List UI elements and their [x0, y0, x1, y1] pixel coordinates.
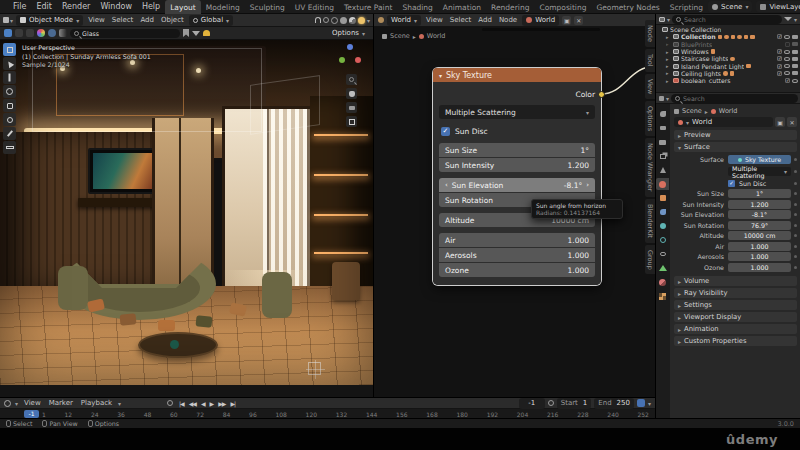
workspace-tab-sculpting[interactable]: Sculpting	[245, 0, 290, 14]
fake-user-button[interactable]: ▣	[775, 117, 785, 127]
mode-dropdown[interactable]: Object Mode ▾	[16, 15, 83, 26]
prev-keyframe-button[interactable]: ◀◀	[187, 400, 198, 407]
prop-field[interactable]: 76.9°	[728, 221, 791, 230]
world-datablock[interactable]: World	[522, 15, 559, 26]
shader-menu-view[interactable]: View	[424, 14, 445, 27]
tab-object-data-properties[interactable]	[656, 262, 669, 274]
tool-annotate-button[interactable]	[3, 127, 16, 140]
clock-icon[interactable]	[4, 400, 11, 407]
workspace-tab-scripting[interactable]: Scripting	[665, 0, 708, 14]
timeline-menu-view[interactable]: View	[22, 396, 43, 410]
playhead[interactable]: -1	[24, 410, 39, 418]
outliner-root-row[interactable]: Scene Collection	[656, 26, 800, 33]
sun-disc-checkbox-row[interactable]: ✓ Sun Disc	[439, 124, 595, 138]
jump-to-start-button[interactable]: |◀	[177, 400, 186, 407]
options-dropdown[interactable]: Options ▾	[328, 28, 369, 39]
checkbox-icon[interactable]: ✓	[777, 64, 782, 69]
breadcrumb-world[interactable]: World	[719, 107, 738, 115]
eye-icon[interactable]	[784, 71, 790, 75]
section-surface[interactable]: ▾ Surface	[674, 142, 797, 152]
section-viewport-display[interactable]: ▸Viewport Display	[674, 312, 797, 322]
auto-keying-button[interactable]	[167, 400, 173, 406]
menu-window[interactable]: Window	[95, 0, 137, 14]
camera-visibility-icon[interactable]	[792, 50, 798, 54]
unlink-button[interactable]: ✕	[787, 117, 797, 127]
unlink-button[interactable]: ✕	[574, 16, 583, 25]
breadcrumb-scene[interactable]: Scene	[682, 107, 702, 115]
viewport-menu-select[interactable]: Select	[110, 13, 136, 27]
prop-field[interactable]: 10000 cm	[728, 231, 791, 240]
sun-intensity-field[interactable]: Sun Intensity 1.200	[439, 158, 595, 172]
transform-orientation-dropdown[interactable]: Global ▾	[189, 15, 233, 26]
ozone-field[interactable]: Ozone 1.000	[439, 263, 595, 277]
next-keyframe-button[interactable]: ▶▶	[216, 400, 227, 407]
shader-editor[interactable]: World ▾ View Select Add Node World ▣ ✕ S…	[373, 14, 655, 397]
animate-dot[interactable]	[794, 192, 797, 195]
viewlayer-selector[interactable]: ViewLayer ✕	[756, 1, 800, 12]
shading-material-icon[interactable]	[349, 17, 356, 24]
section-custom-properties[interactable]: ▸Custom Properties	[674, 336, 797, 346]
camera-visibility-icon[interactable]	[792, 42, 798, 46]
tab-node[interactable]: Node	[645, 20, 655, 47]
tool-measure-button[interactable]	[3, 141, 16, 154]
tool-cursor-button[interactable]	[3, 57, 16, 70]
expand-icon[interactable]: ▸	[666, 70, 671, 76]
play-button[interactable]: ▶	[208, 400, 216, 407]
tab-world-properties[interactable]	[656, 178, 669, 190]
checkbox-icon[interactable]: ✓	[785, 78, 790, 83]
tab-blenderkit[interactable]: BlenderKit	[645, 199, 655, 243]
tab-particle-properties[interactable]	[656, 220, 669, 232]
tab-scene-properties[interactable]	[656, 164, 669, 176]
shading-wireframe-icon[interactable]	[331, 17, 338, 24]
decrement-arrow-icon[interactable]: ‹	[445, 181, 448, 189]
prop-field[interactable]: -8.1°	[728, 210, 791, 219]
expand-icon[interactable]: ▸	[666, 56, 671, 62]
bookmark-icon[interactable]	[183, 29, 189, 37]
prop-field[interactable]: 1°	[728, 189, 791, 198]
viewport-menu-add[interactable]: Add	[138, 13, 156, 27]
expand-icon[interactable]: ▸	[666, 34, 671, 40]
shader-editor-icon[interactable]	[378, 17, 384, 23]
editor-type-selector[interactable]: ▾	[3, 17, 13, 24]
viewport-menu-object[interactable]: Object	[159, 13, 186, 27]
workspace-tab-geometry-nodes[interactable]: Geometry Nodes	[591, 0, 664, 14]
fake-user-button[interactable]: ▣	[562, 16, 571, 25]
tab-physics-properties[interactable]	[656, 234, 669, 246]
tab-options[interactable]: Options	[645, 101, 655, 136]
camera-view-button[interactable]	[346, 102, 357, 113]
timeline-menu-marker[interactable]: Marker	[47, 396, 75, 410]
properties-search-input[interactable]	[683, 95, 794, 102]
collapse-node-icon[interactable]: ▾	[439, 72, 442, 79]
tab-tool-properties[interactable]	[656, 108, 669, 120]
sky-texture-button[interactable]: Sky Texture	[728, 155, 791, 164]
tab-tool[interactable]: Tool	[645, 49, 655, 72]
tool-scale-button[interactable]	[3, 99, 16, 112]
checkbox-icon[interactable]: ✓	[777, 49, 782, 54]
filter-funnel-icon[interactable]	[192, 31, 200, 36]
start-frame-field[interactable]: Start 1	[557, 398, 592, 409]
node-header[interactable]: ▾ Sky Texture	[433, 68, 601, 82]
active-tool-icon[interactable]	[4, 29, 12, 37]
aerosols-field[interactable]: Aerosols 1.000	[439, 248, 595, 262]
outliner-row-blueprints[interactable]: ▸ BluePrints	[656, 41, 800, 48]
shading-rendered-icon[interactable]	[358, 17, 365, 24]
section-ray-visibility[interactable]: ▸Ray Visibility	[674, 288, 797, 298]
swap-colors-icon[interactable]	[26, 29, 34, 37]
camera-visibility-icon[interactable]	[792, 64, 798, 68]
camera-visibility-icon[interactable]	[792, 71, 798, 75]
perspective-toggle-button[interactable]	[346, 116, 357, 127]
animate-dot[interactable]	[794, 158, 797, 161]
eye-icon[interactable]	[784, 50, 790, 54]
workspace-tab-shading[interactable]: Shading	[397, 0, 437, 14]
checkbox-checked-icon[interactable]: ✓	[441, 127, 450, 136]
animate-dot[interactable]	[794, 245, 797, 248]
current-frame-field[interactable]: -1	[519, 398, 545, 409]
tool-transform-button[interactable]	[3, 113, 16, 126]
tab-modifier-properties[interactable]	[656, 206, 669, 218]
workspace-tab-rendering[interactable]: Rendering	[486, 0, 534, 14]
shader-type-dropdown[interactable]: World ▾	[387, 15, 421, 26]
asset-search[interactable]	[70, 29, 180, 38]
outliner-search-input[interactable]	[684, 16, 778, 23]
sun-size-field[interactable]: Sun Size 1°	[439, 143, 595, 157]
shading-solid-icon[interactable]	[340, 17, 347, 24]
